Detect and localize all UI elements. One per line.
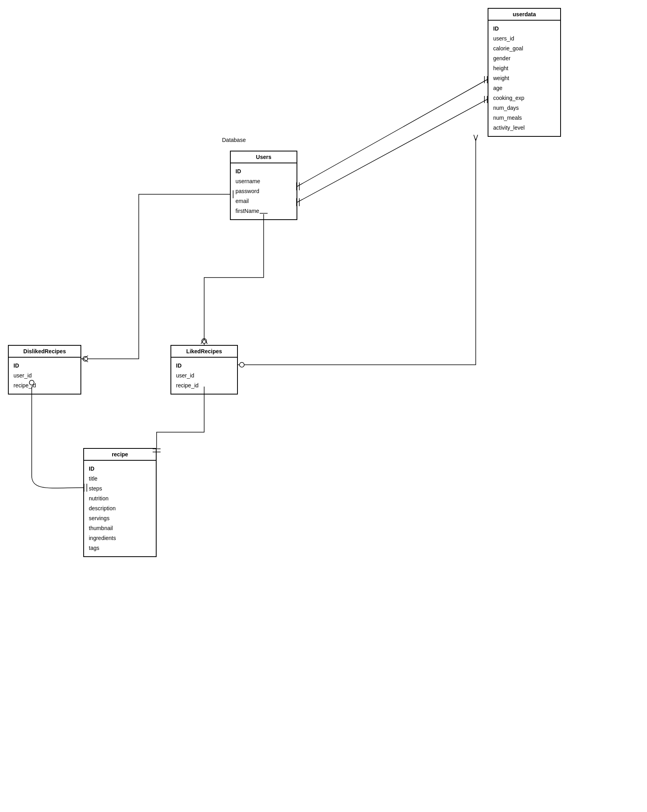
field-recipe-description: description	[89, 504, 151, 513]
field-userdata-num_days: num_days	[493, 103, 555, 113]
field-users-firstname: firstName	[235, 206, 292, 216]
field-recipe-title: title	[89, 474, 151, 484]
field-userdata-id: ID	[493, 24, 555, 34]
table-userdata-body: ID users_id calorie_goal gender height w…	[488, 21, 560, 136]
table-users-body: ID username password email firstName	[231, 163, 297, 219]
svg-line-20	[474, 135, 476, 141]
table-liked-body: ID user_id recipe_id	[171, 358, 237, 394]
table-liked-recipes: LikedRecipes ID user_id recipe_id	[170, 345, 238, 395]
field-users-username: username	[235, 176, 292, 186]
table-recipe-header: recipe	[84, 449, 156, 461]
svg-line-5	[297, 99, 488, 202]
field-recipe-nutrition: nutrition	[89, 494, 151, 504]
field-users-email: email	[235, 196, 292, 206]
table-recipe: recipe ID title steps nutrition descript…	[83, 448, 157, 557]
field-users-id: ID	[235, 167, 292, 176]
field-userdata-age: age	[493, 83, 555, 93]
field-disliked-recipe_id: recipe_id	[13, 381, 76, 391]
table-users: Users ID username password email firstNa…	[230, 151, 297, 220]
field-liked-user_id: user_id	[176, 371, 232, 381]
field-disliked-user_id: user_id	[13, 371, 76, 381]
svg-line-17	[201, 339, 204, 344]
field-disliked-id: ID	[13, 361, 76, 371]
svg-point-19	[239, 362, 244, 367]
field-recipe-id: ID	[89, 464, 151, 474]
field-userdata-num_meals: num_meals	[493, 113, 555, 123]
svg-line-14	[83, 359, 88, 362]
svg-point-16	[202, 339, 207, 343]
svg-line-18	[204, 339, 207, 344]
field-userdata-height: height	[493, 63, 555, 73]
table-users-header: Users	[231, 151, 297, 163]
field-recipe-steps: steps	[89, 484, 151, 494]
diagram-container: Database userdata ID users_id calorie_go…	[0, 0, 647, 812]
field-liked-recipe_id: recipe_id	[176, 381, 232, 391]
database-label: Database	[222, 137, 246, 143]
field-recipe-ingredients: ingredients	[89, 533, 151, 543]
field-users-password: password	[235, 186, 292, 196]
svg-line-21	[476, 135, 478, 141]
field-recipe-thumbnail: thumbnail	[89, 523, 151, 533]
table-liked-header: LikedRecipes	[171, 346, 237, 358]
field-userdata-gender: gender	[493, 54, 555, 63]
svg-line-13	[83, 356, 88, 359]
field-userdata-users_id: users_id	[493, 34, 555, 44]
field-recipe-servings: servings	[89, 513, 151, 523]
svg-point-12	[83, 356, 88, 361]
table-userdata-header: userdata	[488, 9, 560, 21]
svg-line-0	[297, 79, 488, 186]
table-recipe-body: ID title steps nutrition description ser…	[84, 461, 156, 556]
table-disliked-header: DislikedRecipes	[9, 346, 80, 358]
field-recipe-tags: tags	[89, 543, 151, 553]
field-liked-id: ID	[176, 361, 232, 371]
table-userdata: userdata ID users_id calorie_goal gender…	[488, 8, 561, 137]
field-userdata-weight: weight	[493, 73, 555, 83]
table-disliked-recipes: DislikedRecipes ID user_id recipe_id	[8, 345, 81, 395]
table-disliked-body: ID user_id recipe_id	[9, 358, 80, 394]
field-userdata-cooking_exp: cooking_exp	[493, 93, 555, 103]
field-userdata-calorie_goal: calorie_goal	[493, 44, 555, 54]
field-userdata-activity_level: activity_level	[493, 123, 555, 133]
